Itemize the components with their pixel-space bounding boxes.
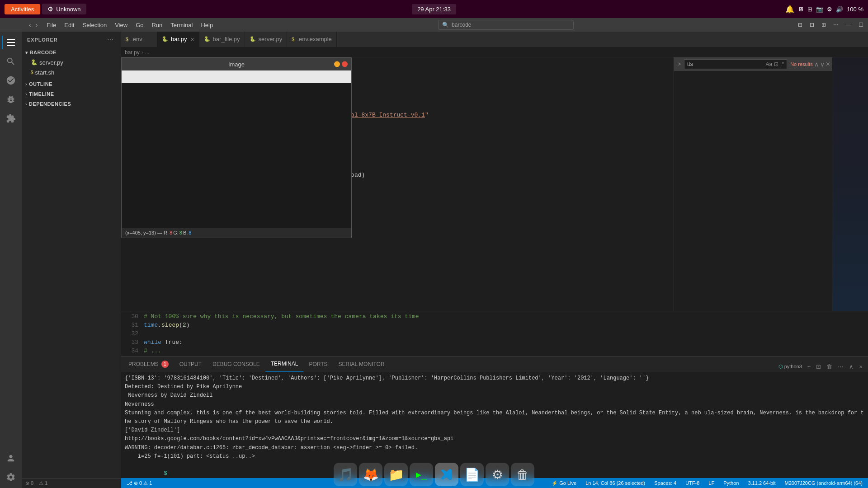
maximize-button[interactable]: ☐	[856, 20, 866, 30]
deps-label: DEPENDENCIES	[29, 101, 71, 107]
tab-close-barpy[interactable]: ×	[190, 36, 194, 43]
layout3-button[interactable]: ⊞	[819, 20, 829, 30]
split-button[interactable]: ⊡	[807, 20, 817, 30]
minimize-button[interactable]: —	[843, 20, 854, 30]
find-case-icon[interactable]: Aa	[765, 61, 772, 67]
image-popup: Image (x=405, y=13) — R: 8	[121, 57, 352, 238]
sidebar: Explorer ⋯ ▾ BARCODE 🐍 server.py $	[22, 32, 121, 488]
right-code-area[interactable]	[674, 71, 832, 311]
outline-label: OUTLINE	[29, 81, 52, 87]
code-33: while True:	[144, 338, 183, 347]
popup-controls	[334, 61, 348, 67]
panel-tab-serial[interactable]: SERIAL MONITOR	[333, 356, 390, 372]
find-prev-btn[interactable]: ∧	[814, 61, 819, 68]
ports-label: PORTS	[309, 361, 327, 367]
panel-tab-problems[interactable]: PROBLEMS 1	[123, 356, 174, 372]
popup-close[interactable]	[342, 61, 348, 67]
tab-bar: $ .env 🐍 bar.py × 🐍 bar_file.py 🐍 server…	[121, 32, 868, 47]
tab-envexample[interactable]: $ .env.example	[287, 32, 336, 47]
menu-selection[interactable]: Selection	[79, 18, 110, 32]
taskbar-spotify[interactable]: 🎵	[334, 463, 357, 486]
tab-serverpy[interactable]: 🐍 server.py	[245, 32, 288, 47]
split-terminal-btn[interactable]: ⊡	[814, 361, 823, 372]
tab-barfilepy[interactable]: 🐍 bar_file.py	[199, 32, 245, 47]
nav-forward-button[interactable]: ›	[34, 19, 40, 30]
system-bar-right: 🔔 🖥 ⊞ 📷 ⚙ 🔊 100 %	[785, 5, 863, 14]
taskbar-terminal[interactable]: ▶_	[410, 463, 433, 486]
activity-explorer[interactable]	[2, 33, 20, 52]
find-input-wrapper[interactable]: Aa ⊡ .*	[684, 59, 787, 69]
add-terminal-btn[interactable]: +	[806, 361, 813, 372]
more-terminal-btn[interactable]: ⋯	[836, 361, 845, 372]
menu-terminal[interactable]: Terminal	[167, 18, 196, 32]
search-bar[interactable]: 🔍 barcode	[438, 20, 574, 30]
find-input[interactable]	[687, 61, 765, 67]
outline-section[interactable]: › OUTLINE	[22, 79, 121, 89]
activity-git[interactable]	[2, 71, 20, 89]
popup-minimize[interactable]	[334, 61, 340, 67]
panel-tab-ports[interactable]: PORTS	[303, 356, 333, 372]
terminal-line-1: {'ISBN-13': '9783161484100', 'Title': 'D…	[125, 374, 864, 383]
problems-badge: 1	[161, 361, 169, 368]
nav-back-button[interactable]: ‹	[27, 19, 33, 30]
close-panel-btn[interactable]: ×	[857, 361, 864, 372]
panel-tab-terminal[interactable]: TERMINAL	[265, 356, 304, 372]
system-icons: 🖥 ⊞ 📷 ⚙ 🔊 100 %	[798, 6, 863, 13]
activity-bar	[0, 32, 22, 488]
editor-main: Image (x=405, y=13) — R: 8	[121, 57, 674, 311]
panel-tab-output[interactable]: OUTPUT	[174, 356, 207, 372]
problems-label: PROBLEMS	[128, 361, 159, 367]
system-bar-left: Activities ⚙ Unknown	[5, 4, 86, 14]
menu-edit[interactable]: Edit	[61, 18, 78, 32]
python-icon: 🐍	[31, 59, 38, 66]
menu-help[interactable]: Help	[197, 18, 217, 32]
find-next-btn[interactable]: ∨	[820, 61, 825, 68]
tab-label-barpy: bar.py	[171, 36, 187, 42]
file-name-serverpy: server.py	[39, 59, 63, 66]
file-item-startsh[interactable]: $ start.sh	[22, 67, 121, 77]
notification-button[interactable]: 🔔	[785, 5, 794, 14]
r-value: 8	[170, 230, 172, 235]
tab-env[interactable]: $ .env	[121, 32, 157, 47]
taskbar-docs[interactable]: 📄	[460, 463, 484, 486]
trash-terminal-btn[interactable]: 🗑	[825, 361, 834, 372]
file-item-serverpy[interactable]: 🐍 server.py	[22, 57, 121, 67]
find-close-btn[interactable]: ×	[826, 60, 830, 68]
taskbar-trash[interactable]: 🗑	[511, 463, 534, 486]
breadcrumb-file: bar.py	[125, 49, 140, 56]
find-regex-icon[interactable]: .*	[780, 61, 784, 67]
activity-extensions[interactable]	[2, 109, 20, 127]
system-bar: Activities ⚙ Unknown 29 Apr 21:33 🔔 🖥 ⊞ …	[0, 0, 868, 18]
terminal-line-5: Stunning and complex, this is one of the…	[125, 409, 864, 426]
barcode-section[interactable]: ▾ BARCODE	[22, 47, 121, 57]
unknown-button[interactable]: ⚙ Unknown	[42, 4, 86, 14]
layout-button[interactable]: ⊟	[795, 20, 805, 30]
menu-go[interactable]: Go	[132, 18, 147, 32]
taskbar-files[interactable]: 📁	[384, 463, 408, 486]
more-button[interactable]: ⋯	[830, 20, 841, 30]
taskbar-settings[interactable]: ⚙	[486, 463, 509, 486]
menu-view[interactable]: View	[111, 18, 131, 32]
timeline-label: TIMELINE	[29, 91, 54, 97]
breadcrumb: bar.py › ...	[121, 47, 868, 57]
python-interpreter-indicator: ⬡ python3	[778, 364, 804, 370]
new-file-button[interactable]: ⋯	[105, 35, 115, 44]
menu-file[interactable]: File	[43, 18, 60, 32]
activities-button[interactable]: Activities	[5, 4, 40, 14]
taskbar-vscode[interactable]	[435, 463, 458, 486]
dependencies-section[interactable]: › DEPENDENCIES	[22, 99, 121, 109]
activity-debug[interactable]	[2, 90, 20, 108]
taskbar-firefox[interactable]: 🦊	[359, 463, 382, 486]
bottom-panel: PROBLEMS 1 OUTPUT DEBUG CONSOLE TERMINAL…	[121, 356, 868, 478]
breadcrumb-sep: ›	[142, 49, 143, 56]
menu-run[interactable]: Run	[148, 18, 166, 32]
lower-line-32: 32	[121, 329, 868, 338]
tab-barpy[interactable]: 🐍 bar.py ×	[157, 32, 199, 47]
panel-tab-debug[interactable]: DEBUG CONSOLE	[207, 356, 265, 372]
activity-search[interactable]	[2, 52, 20, 70]
py-icon-server: 🐍	[250, 36, 256, 42]
timeline-section[interactable]: › TIMELINE	[22, 89, 121, 99]
maximize-panel-btn[interactable]: ∧	[847, 361, 855, 372]
window-icon: ⊞	[807, 6, 812, 13]
find-word-icon[interactable]: ⊡	[774, 61, 778, 67]
